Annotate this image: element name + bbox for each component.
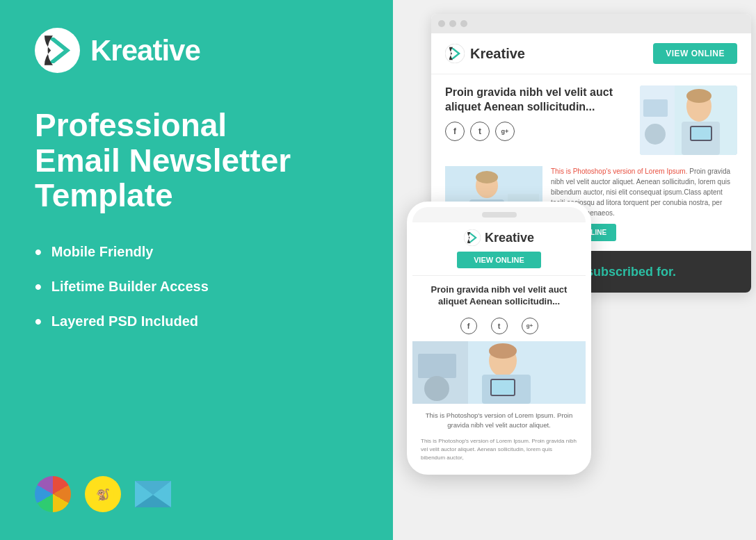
mobile-notch-bar bbox=[412, 207, 586, 222]
mobile-googleplus-icon[interactable]: g+ bbox=[522, 318, 538, 334]
hero-illustration bbox=[640, 85, 737, 155]
logo-area: Kreative bbox=[35, 28, 358, 73]
googleplus-icon[interactable]: g+ bbox=[495, 122, 515, 141]
view-online-button[interactable]: VIEW ONLINE bbox=[653, 43, 737, 64]
left-panel: Kreative ProfessionalEmail NewsletterTem… bbox=[0, 0, 393, 540]
svg-point-15 bbox=[645, 124, 666, 145]
svg-point-6 bbox=[445, 44, 465, 63]
svg-point-12 bbox=[686, 89, 711, 103]
mobile-body-text: This is Photoshop's version of Lorem Ips… bbox=[412, 404, 586, 438]
svg-point-0 bbox=[35, 28, 80, 73]
browser-dot-2 bbox=[449, 20, 456, 27]
mobile-mockup: Kreative VIEW ONLINE Proin gravida nibh … bbox=[407, 202, 591, 475]
svg-rect-34 bbox=[418, 354, 456, 378]
mailchimp-icon: 🐒 bbox=[85, 476, 121, 512]
features-list: Mobile Friendly Lifetime Builder Access … bbox=[35, 241, 358, 345]
svg-point-20 bbox=[476, 171, 498, 183]
svg-rect-11 bbox=[691, 127, 711, 140]
feature-item: Lifetime Builder Access bbox=[35, 276, 358, 298]
partner-icons: 🐒 bbox=[35, 476, 358, 512]
browser-dot-3 bbox=[460, 20, 467, 27]
kreative-logo-icon bbox=[35, 28, 80, 73]
feature-item: Layered PSD Included bbox=[35, 311, 358, 333]
svg-rect-14 bbox=[643, 99, 668, 117]
email-hero: Proin gravida nibh vel velit auct alique… bbox=[431, 74, 751, 166]
email-hero-image bbox=[640, 85, 737, 155]
mobile-twitter-icon[interactable]: t bbox=[491, 318, 508, 334]
colorwheel-icon bbox=[35, 476, 71, 512]
campaign-monitor-icon bbox=[135, 476, 171, 512]
twitter-icon[interactable]: t bbox=[470, 122, 490, 141]
facebook-icon[interactable]: f bbox=[445, 122, 465, 141]
email-logo: Kreative bbox=[445, 44, 525, 63]
logo-text: Kreative bbox=[90, 34, 200, 67]
mobile-facebook-icon[interactable]: f bbox=[460, 318, 477, 334]
mobile-small-text: This is Photoshop's version of Lorem Ips… bbox=[412, 437, 586, 469]
email-header: Kreative VIEW ONLINE bbox=[431, 33, 751, 74]
mobile-social-row: f t g+ bbox=[412, 313, 586, 341]
email-headline: Proin gravida nibh vel velit auct alique… bbox=[445, 85, 629, 115]
feature-item: Mobile Friendly bbox=[35, 241, 358, 263]
email-logo-text: Kreative bbox=[470, 46, 525, 62]
browser-bar bbox=[431, 14, 751, 33]
mobile-logo-icon bbox=[464, 229, 481, 246]
social-icons-row: f t g+ bbox=[445, 122, 629, 141]
svg-point-32 bbox=[489, 343, 517, 359]
mobile-notch bbox=[482, 212, 517, 218]
mobile-headline: Proin gravida nibh vel velit auct alique… bbox=[412, 276, 586, 313]
mobile-view-online-button[interactable]: VIEW ONLINE bbox=[457, 252, 541, 268]
svg-text:🐒: 🐒 bbox=[96, 488, 110, 501]
mobile-email-header: Kreative VIEW ONLINE bbox=[412, 222, 586, 276]
main-headline: ProfessionalEmail NewsletterTemplate bbox=[35, 108, 358, 213]
email-headline-area: Proin gravida nibh vel velit auct alique… bbox=[445, 85, 629, 141]
mobile-hero-svg bbox=[412, 341, 586, 404]
mobile-logo-text: Kreative bbox=[485, 231, 534, 245]
right-panel: Kreative VIEW ONLINE Proin gravida nibh … bbox=[393, 0, 756, 540]
svg-point-35 bbox=[424, 376, 449, 401]
browser-dot-1 bbox=[438, 20, 445, 27]
svg-point-26 bbox=[464, 229, 481, 246]
svg-rect-13 bbox=[640, 85, 675, 155]
email-logo-icon bbox=[445, 44, 465, 63]
svg-rect-31 bbox=[492, 380, 514, 395]
mobile-hero-image bbox=[412, 341, 586, 404]
mobile-logo-row: Kreative bbox=[464, 229, 534, 246]
